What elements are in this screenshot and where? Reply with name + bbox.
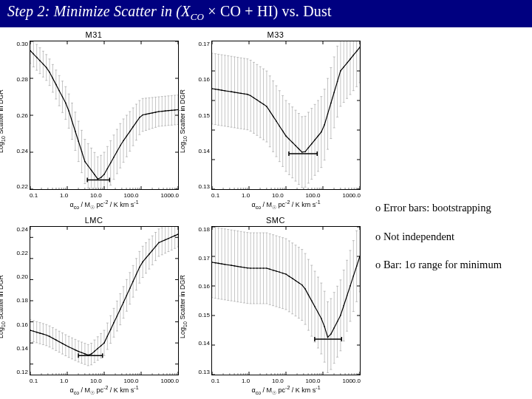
plot-area	[30, 41, 179, 190]
slide-body: M310.300.280.260.240.22Log10 Scatter in …	[0, 27, 532, 399]
y-tick-labels: 0.240.220.200.180.160.140.12	[7, 226, 28, 375]
title-mid: × CO + HI) vs. Dust	[204, 3, 332, 19]
charts-grid: M310.300.280.260.240.22Log10 Scatter in …	[0, 27, 372, 399]
x-axis-label: αco / M☉ pc-2 / K km s-1	[211, 385, 361, 396]
slide-title: Step 2: Minimize Scatter in (XCO × CO + …	[0, 0, 532, 27]
note-item: o Error bars: bootstrapping	[375, 199, 532, 217]
y-tick-labels: 0.300.280.260.240.22	[7, 41, 28, 190]
chart-title: LMC	[3, 216, 185, 225]
plot-area	[211, 41, 361, 190]
chart-title: M31	[3, 30, 185, 39]
chart-M33: M330.170.160.150.140.13Log10 Scatter in …	[185, 30, 366, 212]
plot-area	[30, 226, 179, 375]
x-axis-label: αco / M☉ pc-2 / K km s-1	[211, 200, 361, 211]
x-tick-labels: 0.11.010.0100.01000.0	[211, 192, 361, 199]
chart-LMC: LMC0.240.220.200.180.160.140.12Log10 Sca…	[3, 216, 185, 398]
y-tick-labels: 0.180.170.160.150.140.13	[189, 226, 210, 375]
chart-title: SMC	[185, 216, 366, 225]
x-tick-labels: 0.11.010.0100.01000.0	[30, 378, 179, 384]
y-tick-labels: 0.170.160.150.140.13	[189, 41, 210, 190]
plot-area	[211, 226, 361, 375]
x-tick-labels: 0.11.010.0100.01000.0	[30, 192, 179, 199]
title-sub-co: CO	[191, 11, 204, 22]
chart-M31: M310.300.280.260.240.22Log10 Scatter in …	[3, 30, 185, 212]
x-axis-label: αco / M☉ pc-2 / K km s-1	[30, 200, 179, 211]
notes-panel: o Error bars: bootstrapping o Not indepe…	[372, 27, 532, 399]
chart-SMC: SMC0.180.170.160.150.140.13Log10 Scatter…	[185, 216, 366, 398]
note-item: o Bar: 1σ range for minimum	[375, 256, 532, 274]
title-prefix: Step 2: Minimize Scatter in (X	[7, 3, 191, 19]
note-item: o Not independent	[375, 228, 532, 246]
x-axis-label: αco / M☉ pc-2 / K km s-1	[30, 385, 179, 396]
chart-title: M33	[185, 30, 366, 39]
x-tick-labels: 0.11.010.0100.01000.0	[211, 378, 361, 384]
